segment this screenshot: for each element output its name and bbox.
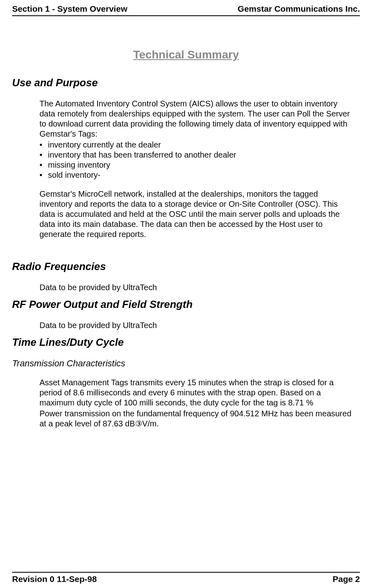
bullet-text: inventory that has been transferred to a…	[48, 150, 236, 160]
page-content: Technical Summary Use and Purpose The Au…	[12, 48, 360, 572]
use-purpose-bullets: inventory currently at the dealer invent…	[39, 140, 360, 180]
bullet-text: sold inventory-	[48, 170, 100, 180]
use-purpose-para2: Gemstar's MicroCell network, installed a…	[39, 189, 352, 239]
header-right: Gemstar Communications Inc.	[238, 4, 360, 14]
footer-left: Revision 0 11-Sep-98	[12, 574, 97, 584]
header-left: Section 1 - System Overview	[12, 4, 127, 14]
use-purpose-intro: The Automated Inventory Control System (…	[39, 99, 352, 139]
heading-use-and-purpose: Use and Purpose	[12, 77, 360, 89]
footer-right: Page 2	[333, 574, 360, 584]
list-item: inventory that has been transferred to a…	[39, 150, 360, 160]
rf-power-body: Data to be provided by UltraTech	[39, 320, 352, 330]
heading-radio-frequencies: Radio Frequencies	[12, 260, 360, 273]
list-item: missing inventory	[39, 160, 360, 170]
main-title: Technical Summary	[12, 48, 360, 61]
page-header: Section 1 - System Overview Gemstar Comm…	[12, 4, 360, 16]
time-lines-para1: Asset Management Tags transmits every 15…	[39, 378, 352, 408]
heading-rf-power: RF Power Output and Field Strength	[12, 298, 360, 311]
radio-frequencies-body: Data to be provided by UltraTech	[39, 283, 352, 293]
page-footer: Revision 0 11-Sep-98 Page 2	[12, 572, 360, 584]
time-lines-para2: Power transmission on the fundamental fr…	[39, 409, 352, 429]
list-item: inventory currently at the dealer	[39, 140, 360, 150]
subheading-transmission: Transmission Characteristics	[12, 358, 360, 369]
bullet-text: missing inventory	[48, 160, 110, 170]
heading-time-lines: Time Lines/Duty Cycle	[12, 336, 360, 349]
bullet-text: inventory currently at the dealer	[48, 140, 161, 150]
list-item: sold inventory-	[39, 170, 360, 180]
